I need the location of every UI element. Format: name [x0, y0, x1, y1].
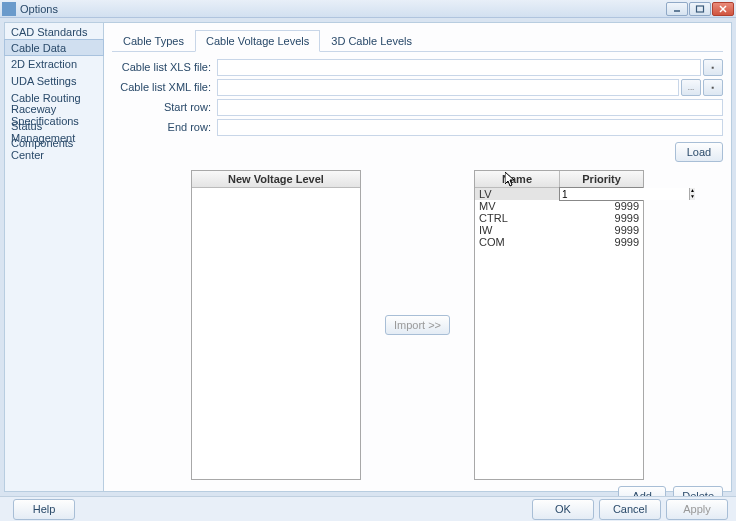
xls-browse-button[interactable]: ▪ — [703, 59, 723, 76]
end-row-input[interactable] — [217, 119, 723, 136]
cell-priority[interactable]: 9999 — [559, 200, 643, 212]
sidebar-item-3[interactable]: UDA Settings — [5, 72, 103, 89]
content-panel: Cable TypesCable Voltage Levels3D Cable … — [104, 22, 732, 492]
row-start: Start row: — [112, 98, 723, 116]
tab-row: Cable TypesCable Voltage Levels3D Cable … — [112, 29, 723, 52]
table-row[interactable]: COM9999 — [475, 236, 643, 248]
tab-1[interactable]: Cable Voltage Levels — [195, 30, 320, 52]
table-row[interactable]: LV▲▼ — [475, 188, 643, 200]
voltage-table[interactable]: Name Priority LV▲▼MV9999CTRL9999IW9999CO… — [474, 170, 644, 480]
table-row[interactable]: MV9999 — [475, 200, 643, 212]
cell-name[interactable]: COM — [475, 236, 559, 248]
cancel-button[interactable]: Cancel — [599, 499, 661, 520]
end-row-label: End row: — [112, 121, 217, 133]
minimize-button[interactable] — [666, 2, 688, 16]
load-button[interactable]: Load — [675, 142, 723, 162]
cell-name[interactable]: CTRL — [475, 212, 559, 224]
row-xls: Cable list XLS file: ▪ — [112, 58, 723, 76]
spin-down-icon[interactable]: ▼ — [689, 194, 695, 200]
row-end: End row: — [112, 118, 723, 136]
help-button[interactable]: Help — [13, 499, 75, 520]
xml-input[interactable] — [217, 79, 679, 96]
cell-priority[interactable]: 9999 — [559, 224, 643, 236]
import-button[interactable]: Import >> — [385, 315, 450, 335]
window-title: Options — [20, 3, 666, 15]
ok-button[interactable]: OK — [532, 499, 594, 520]
cell-name[interactable]: IW — [475, 224, 559, 236]
col-priority-header[interactable]: Priority — [559, 171, 643, 187]
cell-name[interactable]: LV — [475, 188, 559, 200]
table-row[interactable]: IW9999 — [475, 224, 643, 236]
maximize-button[interactable] — [689, 2, 711, 16]
new-voltage-list[interactable]: New Voltage Level — [191, 170, 361, 480]
svg-rect-1 — [697, 6, 704, 12]
sidebar-item-2[interactable]: 2D Extraction — [5, 55, 103, 72]
sidebar-item-7[interactable]: Components Center — [5, 140, 103, 157]
sidebar: CAD StandardsCable Data2D ExtractionUDA … — [4, 22, 104, 492]
priority-editor[interactable]: ▲▼ — [559, 187, 643, 201]
xls-label: Cable list XLS file: — [112, 61, 217, 73]
new-voltage-header: New Voltage Level — [192, 171, 360, 188]
tab-2[interactable]: 3D Cable Levels — [320, 30, 423, 52]
cell-name[interactable]: MV — [475, 200, 559, 212]
tab-0[interactable]: Cable Types — [112, 30, 195, 52]
titlebar: Options — [0, 0, 736, 18]
app-icon — [2, 2, 16, 16]
priority-input[interactable] — [560, 188, 689, 200]
cell-priority[interactable]: 9999 — [559, 236, 643, 248]
xml-label: Cable list XML file: — [112, 81, 217, 93]
start-row-label: Start row: — [112, 101, 217, 113]
apply-button[interactable]: Apply — [666, 499, 728, 520]
sidebar-item-0[interactable]: CAD Standards — [5, 23, 103, 40]
col-name-header[interactable]: Name — [475, 171, 559, 187]
sidebar-item-1[interactable]: Cable Data — [4, 39, 104, 56]
cell-priority[interactable]: 9999 — [559, 212, 643, 224]
row-xml: Cable list XML file: ... ▪ — [112, 78, 723, 96]
footer: Help OK Cancel Apply — [0, 496, 736, 521]
close-button[interactable] — [712, 2, 734, 16]
xml-extra-button[interactable]: ▪ — [703, 79, 723, 96]
table-row[interactable]: CTRL9999 — [475, 212, 643, 224]
voltage-table-header: Name Priority — [475, 171, 643, 188]
xml-browse-button[interactable]: ... — [681, 79, 701, 96]
xls-input[interactable] — [217, 59, 701, 76]
start-row-input[interactable] — [217, 99, 723, 116]
window-buttons — [666, 2, 734, 16]
